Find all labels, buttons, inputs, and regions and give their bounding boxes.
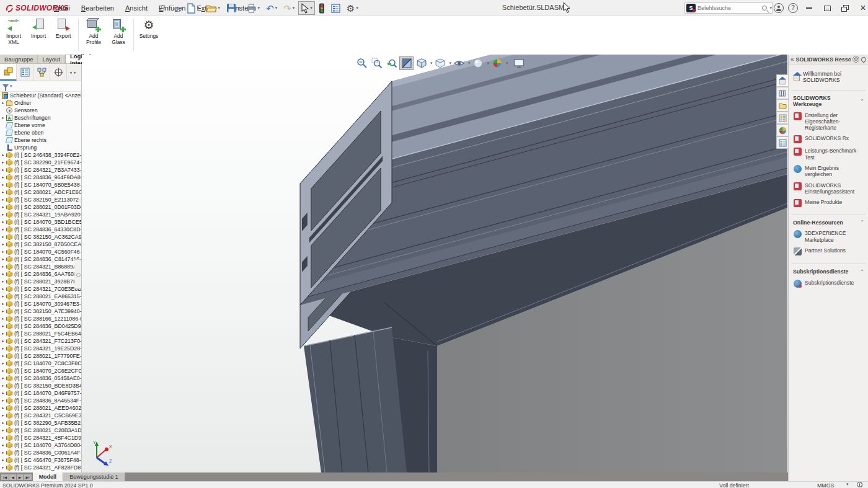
component-row[interactable]: ▸ (f) [ SC 284321_AF828FD8-C149 [0,464,81,471]
next-tab-button[interactable]: ▶ [17,474,24,480]
component-row[interactable]: ▸ (f) [ SC 284321_19ABA920-F0E3~ [0,211,81,218]
zoom-to-area-button[interactable] [370,56,384,70]
last-tab-button[interactable]: ▶| [24,474,31,480]
import-button[interactable]: Import [26,17,51,40]
prev-tab-button[interactable]: ◀ [9,474,16,480]
tree-item[interactable]: Ebene rechts [0,136,81,144]
dimxpertmanager-tab[interactable] [50,64,67,81]
section-view-button[interactable] [399,56,414,70]
manager-tabs-overflow[interactable]: ◂ ▸ [67,64,79,81]
view-orientation-button[interactable] [414,56,428,70]
settings-gear-button[interactable]: ⚙▾ [344,1,361,15]
task-pane-link[interactable]: Subskriptionsdienste [789,277,868,290]
component-row[interactable]: ▸ (f) [ SC 184070_6B0E5438-EB45~ [0,181,81,189]
options-list-button[interactable] [329,1,343,15]
units-selector[interactable]: MMGS [817,482,834,488]
zoom-to-fit-button[interactable] [355,56,369,70]
menu-item[interactable]: Datei [48,0,76,16]
pane-options-gear-icon[interactable]: ⚙ [852,56,859,63]
tab-modell[interactable]: Modell [33,472,64,481]
section-header-online[interactable]: Online-Ressourcen ⌃ [789,216,868,228]
task-pane-link[interactable]: SOLIDWORKS Einstellungsassistent [789,180,868,197]
minimize-button[interactable] [802,2,816,14]
export-button[interactable]: Export [51,17,76,40]
component-row[interactable]: ▸ (f) [ SC 382150_A7E39940-7C2A [0,308,81,315]
tree-item[interactable]: Ursprung [0,144,81,151]
units-caret-icon[interactable]: ▾ [846,482,849,487]
component-row[interactable]: ▸ (f) [ SC 288021_1F7790FE-99D4~ [0,352,81,360]
component-row[interactable]: ▸ (f) [ SC 382150_AC362CA9-B1E4 [0,233,81,241]
save-button[interactable]: ▾ [224,1,242,15]
task-pane-link[interactable]: 3DEXPERIENCE Marketplace [789,228,868,246]
hide-show-items-button[interactable] [452,56,466,70]
tree-item[interactable]: Ebene oben [0,129,81,136]
previous-view-button[interactable] [384,56,399,70]
task-pane-link[interactable]: Erstellung der Eigenschaften-Registerkar… [789,110,868,133]
custom-properties-tab[interactable] [776,136,788,149]
component-row[interactable]: ▸ (f) [ SC 284836_8A46534F-6E24~ [0,397,81,404]
component-row[interactable]: ▸ (f) [ SC 466470_F3875F48-04D3~ [0,456,81,464]
component-row[interactable]: ▸ (f) [ SC 288021_AEED4602-5E00~ [0,404,81,412]
open-button[interactable]: ▾ [203,1,223,15]
user-account-button[interactable] [774,3,784,13]
tab-bewegungsstudie[interactable]: Bewegungsstudie 1 [63,472,125,481]
tree-item[interactable]: Sensoren [0,107,81,114]
component-row[interactable]: ▸ (f) [ SC 288021_ABCF1E6C-CB32 [0,189,81,196]
graphics-viewport[interactable]: ▾ ▾ ▾ ▾ ▾ Y X [82,55,788,472]
search-options-caret[interactable]: ▾ [769,6,772,11]
new-document-button[interactable]: ▾ [184,1,202,15]
apply-scene-button[interactable] [490,56,504,70]
search-magnifier-icon[interactable] [762,6,767,11]
component-row[interactable]: ▸ (f) [ SC 184070_2C6E2CFC-E901 [0,367,81,375]
help-button[interactable]: ? [788,3,798,13]
collapse-chevron-icon[interactable]: ⌃ [860,269,864,275]
design-library-tab[interactable] [776,87,788,99]
panel-collapse-handle[interactable] [74,259,82,289]
component-row[interactable]: ▸ (f) [ SC 246438_3394F0E2-01B2~ [0,151,81,159]
propertymanager-tab[interactable] [17,64,33,81]
tab-baugruppe[interactable]: Baugruppe [0,55,38,63]
configurationmanager-tab[interactable] [33,64,50,81]
component-row[interactable]: ▸ (f) [ SC 382290_21FE9674-CD68~ [0,159,81,166]
component-row[interactable]: ▸ (f) [ SC 284836_6AA760F1-E319~ [0,270,81,278]
close-button[interactable]: × [856,2,868,14]
menu-item[interactable]: Bearbeiten [76,0,120,16]
tree-root[interactable]: Schiebetür (Standard) <Anzeigestat [0,92,81,99]
redo-button[interactable]: ↷▾ [281,1,297,15]
tree-item[interactable]: ▸ Ordner [0,99,81,107]
component-row[interactable]: ▸ (f) [ SC 382150_BDE8D3B4-4F4D [0,382,81,389]
add-profile-button[interactable]: Add Profile [81,17,106,46]
component-row[interactable]: ▸ (f) [ SC 288021_C20B3A1D-DEF1 [0,427,81,434]
component-row[interactable]: ▸ (f) [ SC 184070_D46F9757-F076~ [0,389,81,397]
filter-funnel-icon[interactable] [2,84,9,88]
component-row[interactable]: ▸ (f) [ SC 184070_A3764D80-0CEF~ [0,441,81,449]
command-search[interactable]: S ▾ [684,2,773,14]
component-row[interactable]: ▸ (f) [ SC 284321_19E25D28-4E38~ [0,345,81,352]
web-help-globe-icon[interactable] [857,482,862,487]
menu-item[interactable]: Ansicht [120,0,153,16]
component-row[interactable]: ▸ (f) [ SC 288166_12211086-6DE2~ [0,315,81,322]
collapse-pane-icon[interactable]: « [790,55,794,64]
component-row[interactable]: ▸ (f) [ SC 382150_E2113072-2B9B~ [0,196,81,203]
task-pane-link[interactable]: Partner Solutions [789,245,868,257]
section-header-werkzeuge[interactable]: SOLIDWORKS Werkzeuge ⌃ [789,92,868,110]
settings-button[interactable]: ⚙ Settings [136,17,161,40]
task-pane-link[interactable]: Leistungs-Benchmark-Test [789,146,868,163]
search-input[interactable] [698,5,762,11]
component-row[interactable]: ▸ (f) [ SC 284836_C0061A4F-FEB6~ [0,449,81,456]
component-row[interactable]: ▸ (f) [ SC 284321_4BF4C1D9-5EA9 [0,434,81,441]
filter-caret[interactable]: ▾ [10,84,12,89]
import-xml-button[interactable]: <xml> Import XML [1,17,26,46]
featuremanager-tree-tab[interactable] [0,64,17,81]
solidworks-resources-tab[interactable] [776,74,788,87]
file-explorer-tab[interactable] [776,99,788,112]
print-button[interactable]: ▾ [244,1,263,15]
task-pane-link[interactable]: Meine Produkte [789,197,868,210]
appearances-scenes-tab[interactable] [776,124,788,136]
section-header-subskription[interactable]: Subskriptionsdienste ⌃ [789,265,868,277]
component-row[interactable]: ▸ (f) [ SC 284321_7C0E3E8B-9F41~ [0,285,81,293]
task-pane-link[interactable]: SOLIDWORKS Rx [789,133,868,146]
pane-pin-icon[interactable] [860,56,867,63]
component-row[interactable]: ▸ (f) [ SC 284321_7B3A7433-CAB3 [0,166,81,174]
component-row[interactable]: ▸ (f) [ SC 288021_EA865315-DA4D [0,293,81,300]
